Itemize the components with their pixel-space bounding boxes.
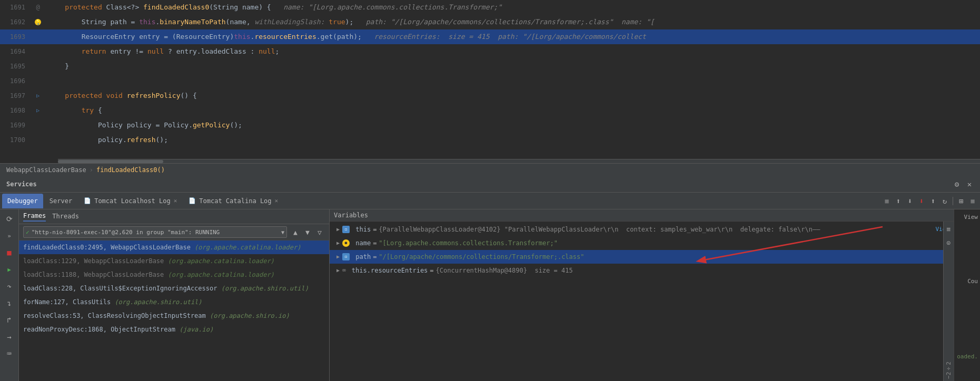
var-expand-path[interactable]: ▶ (334, 253, 342, 261)
code-line-1692: 1692 💡 String path = this.binaryNameToPa… (0, 15, 980, 29)
loaded-text: oaded. (957, 353, 978, 360)
line-content-1699: Policy policy = Policy.getPolicy(); (44, 118, 980, 133)
line-num-1697: 1697 (0, 88, 32, 103)
var-item-resourceentries[interactable]: ▶ ∞ this.resourceEntries = {ConcurrentHa… (330, 264, 954, 277)
tab-server-label: Server (50, 197, 72, 205)
edge-list-icon[interactable]: ≡ (944, 224, 954, 234)
frame-item-findLoadedClass0[interactable]: findLoadedClass0:2495, WebappClassLoader… (19, 240, 329, 254)
var-name-this: this (352, 224, 371, 235)
gutter-1691: @ (32, 0, 44, 15)
sidebar-step-into-btn[interactable]: ↴ (2, 296, 17, 310)
sidebar-evaluate-btn[interactable]: ⌨ (2, 346, 17, 361)
thread-name: "http-nio-8091-exec-10"@2,620 in group "… (32, 229, 281, 236)
breadcrumb: WebappClassLoaderBase › findLoadedClass0… (0, 163, 980, 176)
line-content-1695: } (44, 59, 980, 74)
frame-method-1229: loadClass:1229, WebappClassLoaderBase (23, 257, 168, 265)
code-line-1699: 1699 Policy policy = Policy.getPolicy(); (0, 118, 980, 133)
line-num-1699: 1699 (0, 118, 32, 133)
code-editor: 1691 @ protected Class<?> findLoadedClas… (0, 0, 980, 163)
toolbar-grid-btn[interactable]: ⊞ (956, 196, 966, 206)
services-header: Services ⚙ ✕ (0, 176, 980, 193)
variables-header: Variables (330, 209, 954, 222)
toolbar-up2-btn[interactable]: ⬆ (928, 196, 938, 206)
sidebar-expand-btn[interactable]: » (2, 228, 17, 243)
line-content-1697: protected void refreshPolicy() { (44, 88, 980, 103)
view-text-right: View (964, 214, 978, 220)
var-eq-name: = (373, 238, 377, 248)
toolbar-down-btn[interactable]: ⬇ (905, 196, 915, 206)
toolbar-menu-btn[interactable]: ≡ (882, 196, 892, 206)
cou-text: Cou (967, 278, 978, 285)
var-item-name[interactable]: ▶ ● name = "[Lorg.apache.commons.collect… (330, 236, 954, 250)
toolbar-lines-btn[interactable]: ≡ (967, 196, 978, 206)
sidebar-restore-btn[interactable]: ⟳ (2, 212, 17, 226)
breadcrumb-separator: › (90, 166, 93, 174)
line-num-1694: 1694 (0, 44, 32, 59)
step-filter-btn[interactable]: ▽ (314, 227, 325, 237)
frame-item-resolveClass53[interactable]: resolveClass:53, ClassResolvingObjectInp… (19, 309, 329, 323)
hide-panel-icon[interactable]: ✕ (965, 180, 974, 188)
tab-tomcat-catalina-close[interactable]: ✕ (275, 197, 279, 204)
step-nav: ▲ ▼ ▽ (290, 227, 325, 237)
step-up-btn[interactable]: ▲ (290, 227, 301, 237)
var-icon-this: ◻ (342, 226, 350, 233)
frame-item-loadClass1188[interactable]: loadClass:1188, WebappClassLoaderBase (o… (19, 268, 329, 282)
frame-package-228: (org.apache.shiro.util) (221, 285, 309, 292)
variables-container: ▶ ◻ this = {ParallelWebappClassLoader@41… (330, 222, 954, 381)
breadcrumb-method[interactable]: findLoadedClass0() (96, 166, 165, 174)
frame-package-readnp: (java.io) (179, 326, 213, 333)
frame-item-forName127[interactable]: forName:127, ClassUtils (org.apache.shir… (19, 295, 329, 309)
bulb-icon: 💡 (35, 19, 41, 25)
code-line-1691: 1691 @ protected Class<?> findLoadedClas… (0, 0, 980, 15)
var-item-path[interactable]: ▶ ◻ path = "/[Lorg/apache/commons/collec… (330, 250, 954, 264)
services-panel: Services ⚙ ✕ Debugger Server 📄 Tomcat Lo… (0, 176, 980, 381)
var-expand-name[interactable]: ▶ (334, 239, 342, 247)
tab-tomcat-localhost[interactable]: 📄 Tomcat Localhost Log ✕ (78, 194, 182, 208)
step-down-btn[interactable]: ▼ (302, 227, 313, 237)
var-expand-this[interactable]: ▶ (334, 225, 342, 234)
tab-server[interactable]: Server (44, 194, 77, 208)
frame-package: (org.apache.catalina.loader) (194, 244, 301, 251)
code-lines: 1691 @ protected Class<?> findLoadedClas… (0, 0, 980, 147)
left-sidebar: ⟳ » ■ ▶ ↷ ↴ ↱ → ⌨ (0, 209, 19, 381)
code-line-1695: 1695 } (0, 59, 980, 74)
toolbar-down2-btn[interactable]: ⬇ (916, 196, 927, 206)
sidebar-pause-btn[interactable]: ▶ (2, 262, 17, 277)
gutter-1700 (32, 133, 44, 147)
frame-item-readNonProxyDesc1868[interactable]: readNonProxyDesc:1868, ObjectInputStream… (19, 323, 329, 336)
gutter-1699 (32, 118, 44, 133)
edge-double-circle-icon[interactable]: ⊙ (944, 237, 954, 248)
code-line-1694: 1694 return entry != null ? entry.loaded… (0, 44, 980, 59)
tab-tomcat-localhost-close[interactable]: ✕ (174, 197, 177, 204)
toolbar-up-btn[interactable]: ⬆ (893, 196, 904, 206)
var-icon-path: ◻ (342, 253, 350, 260)
line-num-1693: 1693 (0, 29, 32, 44)
var-item-this[interactable]: ▶ ◻ this = {ParallelWebappClassLoader@41… (330, 223, 954, 236)
sidebar-stop-btn[interactable]: ■ (2, 245, 17, 260)
toolbar: ≡ ⬆ ⬇ ⬇ ⬆ ↻ ⊞ ≡ (882, 196, 978, 206)
tab-threads[interactable]: Threads (52, 213, 79, 221)
frame-item-loadClass228[interactable]: loadClass:228, ClassUtils$ExceptionIgnor… (19, 282, 329, 295)
frame-method: findLoadedClass0:2495, WebappClassLoader… (23, 244, 194, 251)
toolbar-divider (953, 197, 953, 205)
toolbar-rotate-btn[interactable]: ↻ (939, 196, 950, 206)
sidebar-run-cursor-btn[interactable]: → (2, 329, 17, 344)
sidebar-step-over-btn[interactable]: ↷ (2, 279, 17, 294)
frame-item-loadClass1229[interactable]: loadClass:1229, WebappClassLoaderBase (o… (19, 254, 329, 268)
frame-method-228: loadClass:228, ClassUtils$ExceptionIgnor… (23, 285, 221, 292)
settings-gear-icon[interactable]: ⚙ (953, 180, 961, 188)
sidebar-step-out-btn[interactable]: ↱ (2, 313, 17, 327)
tab-frames[interactable]: Frames (23, 212, 46, 222)
breadcrumb-class[interactable]: WebappClassLoaderBase (6, 166, 86, 174)
line-content-1691: protected Class<?> findLoadedClass0(Stri… (44, 0, 980, 15)
tab-tomcat-catalina[interactable]: 📄 Tomcat Catalina Log ✕ (183, 194, 283, 208)
frame-method-forname: forName:127, ClassUtils (23, 298, 114, 306)
var-expand-re[interactable]: ▶ (334, 266, 342, 275)
services-header-icons: ⚙ ✕ (953, 180, 974, 188)
thread-dropdown[interactable]: ✓ "http-nio-8091-exec-10"@2,620 in group… (23, 226, 287, 238)
tab-debugger[interactable]: Debugger (2, 194, 43, 208)
count-text: −2÷2 (945, 362, 952, 379)
editor-scrollbar[interactable] (58, 159, 980, 163)
gutter-1698: ▷ (32, 103, 44, 118)
frame-package-1229: (org.apache.catalina.loader) (168, 257, 274, 265)
